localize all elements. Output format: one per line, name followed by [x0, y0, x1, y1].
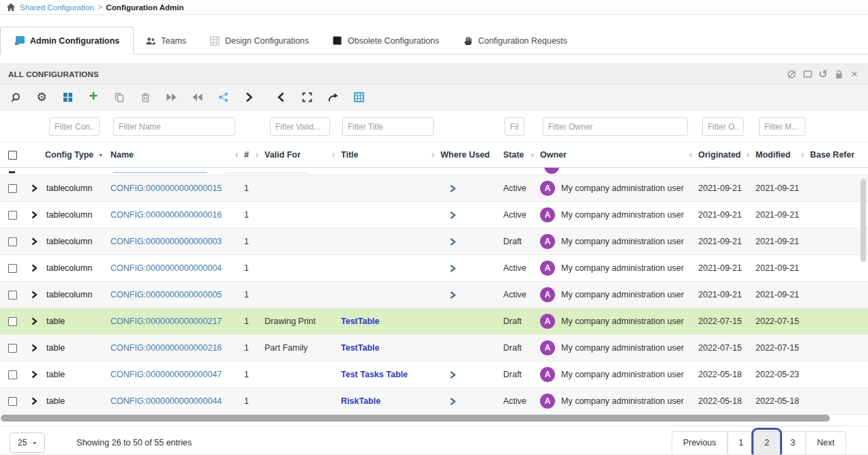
filter-input-0[interactable]: [49, 117, 100, 136]
column-header-number[interactable]: #▲▼: [244, 150, 265, 160]
filter-input-3[interactable]: [342, 117, 434, 136]
previous-page-button[interactable]: Previous: [672, 431, 728, 455]
config-name-link[interactable]: CONFIG:0000000000000004: [110, 263, 222, 273]
row-expand-chevron-icon[interactable]: [27, 264, 45, 272]
copy-icon[interactable]: [106, 85, 132, 111]
table-row[interactable]: table CONFIG:0000000000000044 1 RiskTabl…: [0, 388, 868, 415]
sort-icon[interactable]: ▲▼: [255, 152, 259, 158]
filter-input-4[interactable]: [505, 117, 524, 136]
page-button-1[interactable]: 1: [728, 431, 754, 455]
config-name-link[interactable]: CONFIG:0000000000000044: [110, 396, 222, 406]
undo-icon[interactable]: ↺: [818, 69, 828, 80]
title-link[interactable]: RiskTable: [341, 396, 380, 406]
sort-icon[interactable]: ▲▼: [431, 152, 435, 158]
title-link[interactable]: TestTable: [341, 317, 380, 326]
sort-icon[interactable]: ▲▼: [746, 152, 750, 158]
tab-obsolete-configurations[interactable]: Obsolete Configurations: [320, 27, 451, 54]
page-button-2[interactable]: 2: [753, 431, 780, 455]
table-row[interactable]: table CONFIG:0000000000000217 1 Drawing …: [0, 308, 868, 335]
close-icon[interactable]: ×: [849, 69, 860, 80]
table-row[interactable]: tablecolumn CONFIG:0000000000000015 1 Ac…: [0, 175, 868, 202]
table-row[interactable]: tablecolumn CONFIG:0000000000000005 1 Ac…: [0, 282, 868, 308]
where-used-chevron[interactable]: [449, 211, 456, 220]
page-size-dropdown[interactable]: 25 ▼: [10, 432, 45, 453]
table-row[interactable]: tablecolumn CONFIG:0000000000000004 1 Ac…: [0, 255, 868, 282]
table-row[interactable]: tablecolumn CONFIG:0000000000000016 1 Ac…: [0, 202, 868, 229]
column-header-originated[interactable]: Originated▲▼: [698, 150, 755, 160]
config-name-link[interactable]: CONFIG:0000000000000005: [110, 290, 222, 299]
column-header-config-type[interactable]: Config Type▼: [45, 150, 110, 160]
tab-teams[interactable]: Teams: [134, 27, 198, 54]
vertical-scrollbar[interactable]: [860, 179, 866, 262]
column-header-owner[interactable]: Owner▲▼: [540, 150, 698, 160]
row-checkbox[interactable]: [8, 237, 17, 246]
title-link[interactable]: Test Tasks Table: [341, 370, 408, 379]
delete-icon[interactable]: [132, 85, 158, 111]
columns-icon[interactable]: [55, 85, 80, 111]
sort-icon[interactable]: ▲▼: [530, 152, 535, 158]
table-row[interactable]: table CONFIG:0000000000000216 1 Part Fam…: [0, 335, 868, 362]
row-checkbox[interactable]: [8, 211, 17, 220]
column-filter-caret-icon[interactable]: ▼: [98, 153, 103, 158]
column-header-state[interactable]: State▲▼: [503, 150, 540, 160]
horizontal-scrollbar[interactable]: [1, 415, 830, 422]
rewind-icon[interactable]: [184, 85, 210, 111]
config-name-link[interactable]: CONFIG:0000000000000217: [110, 317, 222, 326]
where-used-chevron[interactable]: [449, 397, 456, 406]
tab-design-configurations[interactable]: Design Configurations: [198, 27, 320, 54]
sort-icon[interactable]: ▲▼: [331, 152, 335, 158]
column-header-where-used[interactable]: Where Used: [440, 150, 503, 160]
config-name-link[interactable]: CONFIG:0000000000000216: [110, 343, 222, 353]
page-button-3[interactable]: 3: [779, 431, 806, 455]
row-expand-chevron-icon[interactable]: [27, 344, 45, 352]
row-expand-chevron-icon[interactable]: [27, 317, 45, 325]
column-header-name[interactable]: Name▲▼: [110, 150, 244, 160]
row-checkbox[interactable]: [8, 184, 17, 193]
filter-input-1[interactable]: [113, 117, 235, 136]
restore-icon[interactable]: [802, 69, 813, 80]
row-checkbox[interactable]: [8, 344, 17, 353]
table-row[interactable]: table CONFIG:0000000000000047 1 Test Tas…: [0, 362, 868, 388]
tab-admin-configurations[interactable]: Admin Configurations: [0, 27, 134, 55]
where-used-chevron[interactable]: [449, 370, 456, 379]
breadcrumb-link[interactable]: Shared Configuration: [20, 3, 94, 12]
column-header-title[interactable]: Title▲▼: [341, 150, 440, 160]
title-link[interactable]: TestTable: [341, 343, 380, 353]
where-used-chevron[interactable]: [449, 184, 456, 193]
where-used-chevron[interactable]: [449, 264, 456, 273]
column-header-valid-for[interactable]: Valid For▲▼: [265, 150, 341, 160]
row-expand-chevron-icon[interactable]: [27, 291, 45, 299]
row-checkbox[interactable]: [8, 397, 17, 406]
lock-icon[interactable]: [833, 69, 844, 80]
row-expand-chevron-icon[interactable]: [27, 184, 45, 192]
row-checkbox[interactable]: [8, 317, 17, 326]
chevron-right-icon[interactable]: [236, 85, 262, 111]
refresh-icon[interactable]: [786, 69, 797, 80]
add-icon[interactable]: +: [80, 83, 106, 109]
row-expand-chevron-icon[interactable]: [27, 370, 45, 379]
fast-forward-icon[interactable]: [158, 85, 184, 111]
select-all-checkbox[interactable]: [8, 151, 17, 160]
row-checkbox[interactable]: [8, 264, 17, 273]
expand-icon[interactable]: [294, 85, 320, 111]
row-expand-chevron-icon[interactable]: [27, 237, 45, 246]
where-used-chevron[interactable]: [449, 291, 456, 299]
config-name-link[interactable]: CONFIG:0000000000000015: [110, 184, 222, 193]
column-header-base-reference[interactable]: Base Refer: [810, 150, 868, 160]
row-expand-chevron-icon[interactable]: [27, 397, 45, 405]
sort-icon[interactable]: ▲▼: [235, 152, 239, 158]
row-expand-chevron-icon[interactable]: [27, 211, 45, 219]
config-name-link[interactable]: CONFIG:0000000000000016: [110, 210, 222, 220]
column-header-modified[interactable]: Modified▲▼: [755, 150, 810, 160]
filter-input-6[interactable]: [702, 117, 744, 136]
tab-configuration-requests[interactable]: Configuration Requests: [451, 27, 579, 54]
filter-input-7[interactable]: [759, 117, 805, 136]
config-name-link[interactable]: CONFIG:0000000000000003: [110, 237, 222, 246]
row-checkbox[interactable]: [8, 291, 17, 299]
next-page-button[interactable]: Next: [805, 431, 846, 455]
sort-icon[interactable]: ▲▼: [689, 152, 693, 158]
chevron-left-icon[interactable]: [268, 85, 294, 111]
where-used-chevron[interactable]: [449, 237, 456, 246]
share-icon[interactable]: [210, 85, 236, 111]
table-row[interactable]: tablecolumn CONFIG:0000000000000003 1 Dr…: [0, 229, 868, 255]
